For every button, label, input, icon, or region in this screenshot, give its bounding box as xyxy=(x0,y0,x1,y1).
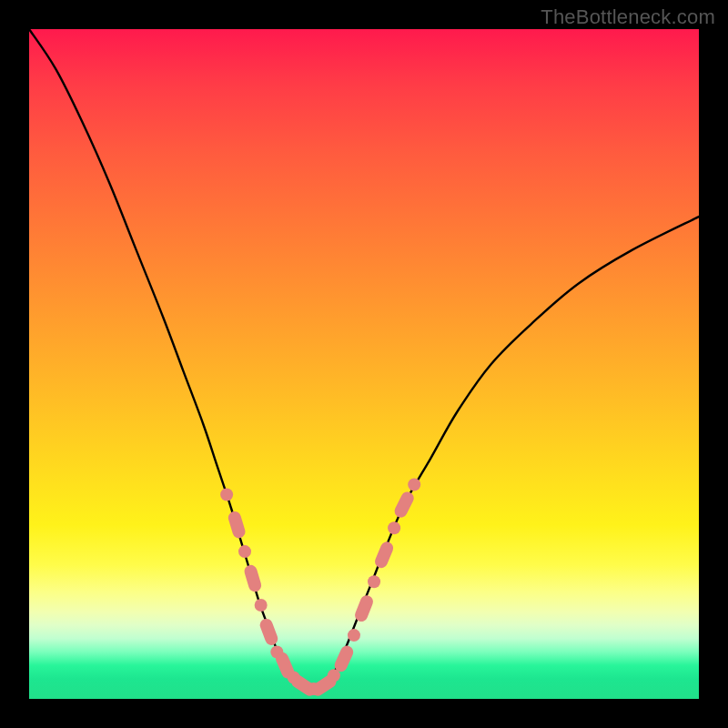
marker-dot xyxy=(238,545,251,558)
marker-pill xyxy=(227,510,247,540)
marker-pill xyxy=(243,563,263,593)
bottleneck-curve-path xyxy=(29,29,699,693)
marker-dot xyxy=(220,489,233,501)
marker-pill xyxy=(258,617,280,647)
marker-pill xyxy=(353,593,375,623)
curve-layer xyxy=(29,29,699,699)
watermark-text: TheBottleneck.com xyxy=(541,5,715,29)
marker-dot xyxy=(348,629,360,642)
marker-dot xyxy=(408,478,420,490)
bottleneck-curve xyxy=(29,29,699,693)
curve-markers xyxy=(220,478,420,698)
marker-dot xyxy=(388,521,400,534)
marker-pill xyxy=(373,540,395,570)
marker-dot xyxy=(255,599,268,612)
plot-area xyxy=(29,29,699,699)
marker-pill xyxy=(392,490,416,520)
chart-frame: TheBottleneck.com xyxy=(0,0,728,728)
marker-pill xyxy=(332,643,355,673)
marker-dot xyxy=(368,575,380,588)
